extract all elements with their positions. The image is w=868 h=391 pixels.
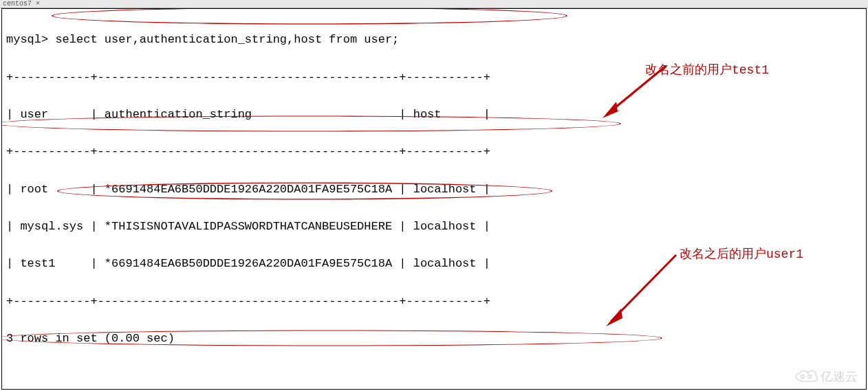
watermark-text: 亿速云 <box>821 368 858 385</box>
table-row: | root | *6691484EA6B50DDDE1926A220DA01F… <box>6 180 862 199</box>
table-row: | mysql.sys | *THISISNOTAVALIDPASSWORDTH… <box>6 217 862 236</box>
terminal-window: mysql> select user,authentication_string… <box>1 8 867 390</box>
svg-point-5 <box>801 375 805 379</box>
blank-line <box>6 367 862 386</box>
result-footer: 3 rows in set (0.00 sec) <box>6 329 862 348</box>
table-header: | user | authentication_string | host | <box>6 105 862 124</box>
annotation-text-after: 改名之后的用户user1 <box>680 245 803 262</box>
cloud-icon <box>794 370 818 383</box>
svg-point-6 <box>808 375 812 379</box>
annotation-text-before: 改名之前的用户test1 <box>645 61 769 78</box>
query-line: mysql> select user,authentication_string… <box>6 30 862 49</box>
watermark: 亿速云 <box>794 368 858 385</box>
table-sep: +-----------+---------------------------… <box>6 292 862 311</box>
table-sep: +-----------+---------------------------… <box>6 142 862 161</box>
tab-label: centos7 <box>3 0 32 8</box>
tab-bar: centos7 × <box>0 0 868 8</box>
